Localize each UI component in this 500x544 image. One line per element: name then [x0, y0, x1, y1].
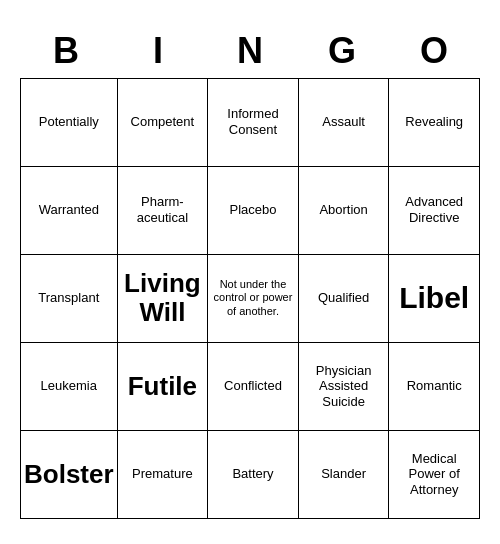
bingo-cell-16: Futile: [118, 343, 209, 431]
bingo-header: BINGO: [20, 26, 480, 76]
bingo-cell-21: Premature: [118, 431, 209, 519]
bingo-letter-n: N: [204, 26, 296, 76]
bingo-cell-23: Slander: [299, 431, 390, 519]
bingo-letter-g: G: [296, 26, 388, 76]
bingo-cell-11: Living Will: [118, 255, 209, 343]
bingo-cell-2: Informed Consent: [208, 79, 299, 167]
bingo-cell-22: Battery: [208, 431, 299, 519]
bingo-letter-b: B: [20, 26, 112, 76]
bingo-cell-0: Potentially: [21, 79, 118, 167]
bingo-cell-4: Revealing: [389, 79, 480, 167]
bingo-cell-3: Assault: [299, 79, 390, 167]
bingo-cell-9: Advanced Directive: [389, 167, 480, 255]
bingo-cell-15: Leukemia: [21, 343, 118, 431]
bingo-cell-12: Not under the control or power of anothe…: [208, 255, 299, 343]
bingo-cell-7: Placebo: [208, 167, 299, 255]
bingo-cell-1: Competent: [118, 79, 209, 167]
bingo-cell-17: Conflicted: [208, 343, 299, 431]
bingo-cell-19: Romantic: [389, 343, 480, 431]
bingo-cell-10: Transplant: [21, 255, 118, 343]
bingo-cell-20: Bolster: [21, 431, 118, 519]
bingo-cell-18: Physician Assisted Suicide: [299, 343, 390, 431]
bingo-letter-i: I: [112, 26, 204, 76]
bingo-letter-o: O: [388, 26, 480, 76]
bingo-cell-13: Qualified: [299, 255, 390, 343]
bingo-cell-6: Pharm-aceutical: [118, 167, 209, 255]
bingo-cell-14: Libel: [389, 255, 480, 343]
bingo-grid: PotentiallyCompetentInformed ConsentAssa…: [20, 78, 480, 519]
bingo-cell-8: Abortion: [299, 167, 390, 255]
bingo-cell-5: Warranted: [21, 167, 118, 255]
bingo-card: BINGO PotentiallyCompetentInformed Conse…: [10, 16, 490, 529]
bingo-cell-24: Medical Power of Attorney: [389, 431, 480, 519]
